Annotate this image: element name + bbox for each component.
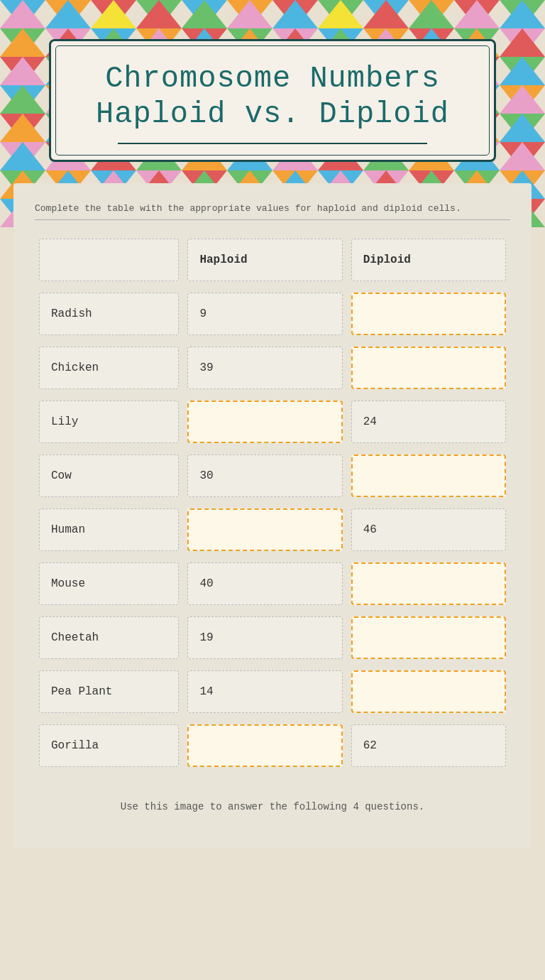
haploid-cell: 40	[187, 562, 342, 605]
chromosome-table: Haploid Diploid Radish9Chicken39Lily24Co…	[35, 233, 510, 773]
col-header-organism	[39, 239, 179, 281]
diploid-cell[interactable]	[351, 347, 506, 389]
diploid-cell[interactable]	[351, 562, 506, 605]
content-panel: Complete the table with the appropriate …	[13, 183, 532, 848]
col-header-haploid: Haploid	[187, 239, 342, 281]
footer-text: Use this image to answer the following 4…	[35, 794, 510, 820]
title-line2: Haploid vs. Diploid	[79, 97, 466, 132]
haploid-cell[interactable]	[187, 401, 342, 443]
table-row: Lily24	[35, 395, 510, 449]
table-header-row: Haploid Diploid	[35, 233, 510, 287]
organism-cell: Cow	[39, 454, 179, 497]
table-row: Human46	[35, 503, 510, 557]
diploid-cell: 24	[351, 401, 506, 443]
haploid-cell: 14	[187, 670, 342, 713]
haploid-cell[interactable]	[187, 724, 342, 767]
table-row: Cow30	[35, 449, 510, 503]
organism-cell: Lily	[39, 401, 179, 443]
diploid-cell[interactable]	[351, 454, 506, 497]
haploid-cell: 19	[187, 616, 342, 659]
organism-cell: Pea Plant	[39, 670, 179, 713]
diploid-cell[interactable]	[351, 293, 506, 335]
organism-cell: Cheetah	[39, 616, 179, 659]
organism-cell: Human	[39, 508, 179, 551]
table-row: Chicken39	[35, 341, 510, 395]
title-line1: Chromosome Numbers	[79, 61, 466, 97]
haploid-cell: 30	[187, 454, 342, 497]
title-divider	[118, 143, 426, 144]
haploid-cell: 39	[187, 347, 342, 389]
organism-cell: Gorilla	[39, 724, 179, 767]
haploid-cell: 9	[187, 293, 342, 335]
diploid-cell: 46	[351, 508, 506, 551]
table-row: Radish9	[35, 287, 510, 341]
title-box: Chromosome Numbers Haploid vs. Diploid	[49, 39, 496, 162]
table-row: Cheetah19	[35, 611, 510, 665]
table-row: Gorilla62	[35, 719, 510, 773]
table-row: Mouse40	[35, 557, 510, 611]
diploid-cell[interactable]	[351, 670, 506, 713]
diploid-cell[interactable]	[351, 616, 506, 659]
instruction-text: Complete the table with the appropriate …	[35, 203, 510, 220]
haploid-cell[interactable]	[187, 508, 342, 551]
diploid-cell: 62	[351, 724, 506, 767]
organism-cell: Mouse	[39, 562, 179, 605]
table-row: Pea Plant14	[35, 665, 510, 719]
organism-cell: Chicken	[39, 347, 179, 389]
col-header-diploid: Diploid	[351, 239, 506, 281]
organism-cell: Radish	[39, 293, 179, 335]
